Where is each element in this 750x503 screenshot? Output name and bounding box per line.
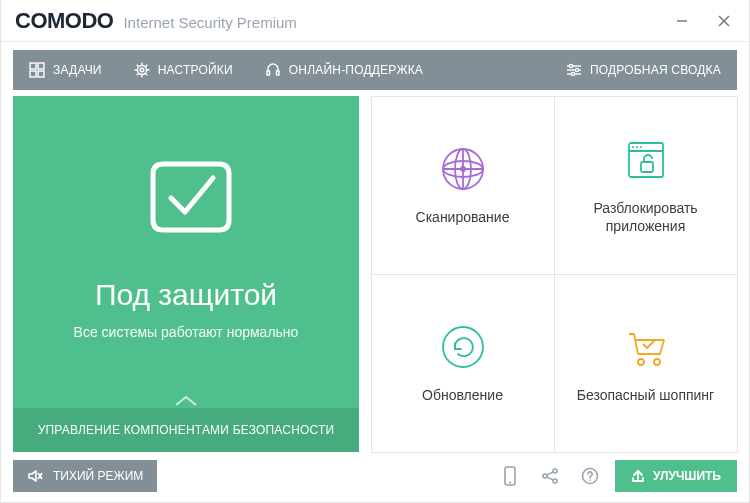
checkmark-badge xyxy=(131,142,241,256)
checkmark-icon xyxy=(131,142,241,252)
titlebar: COMODO Internet Security Premium xyxy=(1,0,749,42)
share-button[interactable] xyxy=(535,461,565,491)
headset-icon xyxy=(265,62,281,78)
svg-rect-4 xyxy=(38,63,44,69)
content: Под защитой Все системы работают нормаль… xyxy=(1,96,749,460)
manage-components-button[interactable]: УПРАВЛЕНИЕ КОМПОНЕНТАМИ БЕЗОПАСНОСТИ xyxy=(13,408,359,452)
svg-point-46 xyxy=(553,479,557,483)
svg-rect-6 xyxy=(38,71,44,77)
svg-rect-3 xyxy=(30,63,36,69)
tile-scan-label: Сканирование xyxy=(406,208,520,226)
unlock-icon xyxy=(621,135,671,185)
svg-point-22 xyxy=(575,68,578,71)
toolbar-settings[interactable]: НАСТРОЙКИ xyxy=(118,50,249,90)
svg-point-38 xyxy=(638,359,644,365)
close-button[interactable] xyxy=(703,0,745,42)
svg-point-24 xyxy=(571,72,574,75)
svg-line-13 xyxy=(136,65,138,67)
scan-icon xyxy=(438,144,488,194)
silent-mode-button[interactable]: ТИХИЙ РЕЖИМ xyxy=(13,460,157,492)
sliders-icon xyxy=(566,62,582,78)
tile-shopping[interactable]: Безопасный шоппинг xyxy=(554,274,738,453)
svg-point-8 xyxy=(140,68,144,72)
toolbar-settings-label: НАСТРОЙКИ xyxy=(158,63,233,77)
minimize-button[interactable] xyxy=(661,0,703,42)
tiles-grid: Сканирование Разблокировать приложения xyxy=(371,96,737,452)
svg-line-15 xyxy=(145,65,147,67)
svg-line-48 xyxy=(547,477,554,480)
tile-update[interactable]: Обновление xyxy=(371,274,555,453)
svg-point-35 xyxy=(640,146,642,148)
manage-components-label: УПРАВЛЕНИЕ КОМПОНЕНТАМИ БЕЗОПАСНОСТИ xyxy=(38,423,335,437)
chevron-up-icon xyxy=(173,394,199,408)
brand-logo: COMODO xyxy=(15,8,113,34)
toolbar-tasks-label: ЗАДАЧИ xyxy=(53,63,102,77)
svg-point-44 xyxy=(543,474,547,478)
brand: COMODO Internet Security Premium xyxy=(15,8,297,34)
svg-point-20 xyxy=(569,64,572,67)
update-icon xyxy=(438,322,488,372)
footer: ТИХИЙ РЕЖИМ УЛУЧШИТЬ xyxy=(1,460,749,502)
close-icon xyxy=(718,15,730,27)
app-window: COMODO Internet Security Premium ЗАДАЧИ xyxy=(0,0,750,503)
status-card: Под защитой Все системы работают нормаль… xyxy=(13,96,359,452)
svg-rect-5 xyxy=(30,71,36,77)
share-icon xyxy=(541,467,559,485)
svg-rect-18 xyxy=(276,71,279,75)
svg-point-33 xyxy=(632,146,634,148)
minimize-icon xyxy=(676,15,688,27)
toolbar: ЗАДАЧИ НАСТРОЙКИ ОНЛАЙН-ПОДДЕРЖКА xyxy=(13,50,737,90)
toolbar-support[interactable]: ОНЛАЙН-ПОДДЕРЖКА xyxy=(249,50,439,90)
gear-icon xyxy=(134,62,150,78)
mute-icon xyxy=(27,468,43,484)
svg-point-37 xyxy=(443,327,483,367)
tile-unblock-label: Разблокировать приложения xyxy=(555,199,737,235)
toolbar-detailed-label: ПОДРОБНАЯ СВОДКА xyxy=(590,63,721,77)
product-name: Internet Security Premium xyxy=(123,14,296,31)
toolbar-support-label: ОНЛАЙН-ПОДДЕРЖКА xyxy=(289,63,423,77)
tile-shopping-label: Безопасный шоппинг xyxy=(567,386,724,404)
toolbar-tasks[interactable]: ЗАДАЧИ xyxy=(13,50,118,90)
svg-point-50 xyxy=(589,479,591,481)
svg-rect-17 xyxy=(267,71,270,75)
tasks-icon xyxy=(29,62,45,78)
upgrade-label: УЛУЧШИТЬ xyxy=(653,469,721,483)
shopping-icon xyxy=(621,322,671,372)
svg-line-14 xyxy=(145,74,147,76)
mobile-button[interactable] xyxy=(495,461,525,491)
svg-point-7 xyxy=(137,66,146,75)
svg-point-30 xyxy=(460,166,466,172)
toolbar-detailed[interactable]: ПОДРОБНАЯ СВОДКА xyxy=(550,50,737,90)
help-button[interactable] xyxy=(575,461,605,491)
upgrade-icon xyxy=(631,469,645,483)
svg-rect-36 xyxy=(641,162,653,172)
svg-line-47 xyxy=(547,472,554,475)
help-icon xyxy=(581,467,599,485)
tile-scan[interactable]: Сканирование xyxy=(371,96,555,275)
upgrade-button[interactable]: УЛУЧШИТЬ xyxy=(615,460,737,492)
tile-unblock[interactable]: Разблокировать приложения xyxy=(554,96,738,275)
svg-line-16 xyxy=(136,74,138,76)
silent-mode-label: ТИХИЙ РЕЖИМ xyxy=(53,469,143,483)
status-title: Под защитой xyxy=(95,278,277,312)
window-controls xyxy=(661,0,745,42)
mobile-icon xyxy=(502,466,518,486)
tile-update-label: Обновление xyxy=(412,386,513,404)
status-subtitle: Все системы работают нормально xyxy=(74,324,299,340)
svg-point-34 xyxy=(636,146,638,148)
svg-point-39 xyxy=(654,359,660,365)
toolbar-spacer xyxy=(439,50,550,90)
svg-point-45 xyxy=(553,469,557,473)
